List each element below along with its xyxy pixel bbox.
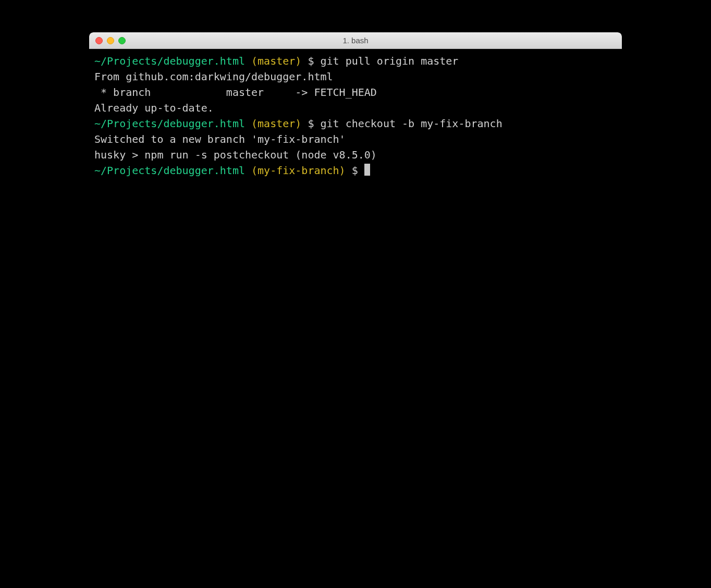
prompt-branch: (master) (245, 55, 301, 67)
terminal-output: From github.com:darkwing/debugger.html (94, 69, 617, 84)
close-icon[interactable] (95, 37, 103, 44)
terminal-output: husky > npm run -s postcheckout (node v8… (94, 147, 617, 163)
terminal-line: ~/Projects/debugger.html (master) $ git … (94, 53, 617, 69)
maximize-icon[interactable] (118, 37, 126, 44)
terminal-window: 1. bash ~/Projects/debugger.html (master… (89, 32, 622, 518)
terminal-output: * branch master -> FETCH_HEAD (94, 84, 617, 100)
window-titlebar[interactable]: 1. bash (89, 32, 622, 49)
minimize-icon[interactable] (107, 37, 114, 44)
prompt-dollar: $ (346, 164, 364, 177)
command-text: git checkout -b my-fix-branch (320, 117, 502, 130)
prompt-branch: (my-fix-branch) (245, 164, 346, 177)
prompt-path: ~/Projects/debugger.html (94, 164, 245, 177)
terminal-line: ~/Projects/debugger.html (my-fix-branch)… (94, 163, 617, 178)
traffic-lights (89, 37, 126, 44)
command-text: git pull origin master (320, 55, 458, 67)
prompt-dollar: $ (301, 55, 320, 67)
prompt-branch: (master) (245, 117, 301, 130)
terminal-body[interactable]: ~/Projects/debugger.html (master) $ git … (89, 49, 622, 518)
prompt-path: ~/Projects/debugger.html (94, 117, 245, 130)
prompt-path: ~/Projects/debugger.html (94, 55, 245, 67)
terminal-line: ~/Projects/debugger.html (master) $ git … (94, 116, 617, 131)
cursor-icon (364, 164, 370, 176)
prompt-dollar: $ (301, 117, 320, 130)
terminal-output: Already up-to-date. (94, 100, 617, 116)
window-title: 1. bash (89, 36, 622, 45)
terminal-output: Switched to a new branch 'my-fix-branch' (94, 131, 617, 147)
